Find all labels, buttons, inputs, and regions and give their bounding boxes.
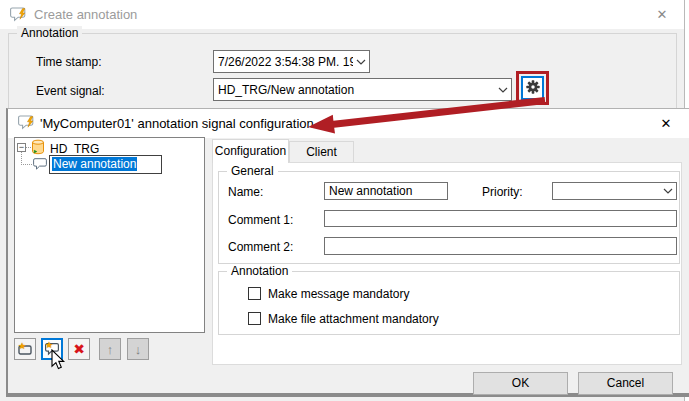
- name-input[interactable]: [324, 182, 448, 200]
- priority-combobox[interactable]: [552, 182, 677, 200]
- tree-connector: [21, 164, 32, 165]
- star-icon: ★: [45, 341, 53, 350]
- chevron-down-icon: [495, 87, 511, 93]
- general-groupbox-label: General: [227, 164, 278, 178]
- annotation-bubble-lightning-icon: [10, 7, 28, 26]
- dialog1-close-button[interactable]: ✕: [648, 2, 676, 26]
- annotation-bubble-lightning-icon: [18, 115, 36, 134]
- delete-x-icon: ✖: [73, 341, 85, 357]
- star-icon: ★: [18, 342, 26, 351]
- move-down-button[interactable]: ↓: [127, 338, 149, 360]
- dialog1-titlebar: Create annotation ✕: [0, 0, 684, 29]
- cancel-button[interactable]: Cancel: [578, 372, 673, 395]
- event-signal-value: HD_TRG/New annotation: [214, 83, 495, 97]
- add-signal-group-button[interactable]: ★: [14, 338, 36, 360]
- signal-configuration-dialog: 'MyComputer01' annotation signal configu…: [6, 108, 689, 397]
- timestamp-value: 7/26/2022 3:54:38 PM. 190: [214, 55, 353, 69]
- dialog1-title: Create annotation: [34, 0, 137, 29]
- delete-signal-button[interactable]: ✖: [68, 338, 90, 360]
- comment2-label: Comment 2:: [228, 240, 293, 254]
- event-signal-label: Event signal:: [36, 84, 105, 98]
- move-up-button[interactable]: ↑: [99, 338, 121, 360]
- dialog2-titlebar: 'MyComputer01' annotation signal configu…: [8, 109, 689, 138]
- add-group-icon: ★: [18, 344, 32, 355]
- down-arrow-icon: ↓: [135, 342, 142, 357]
- tree-node-root[interactable]: HD_TRG: [50, 142, 99, 156]
- general-groupbox: General Name: Priority: Comment 1: Comme…: [218, 171, 680, 264]
- tree-node-rename-input[interactable]: New annotation: [49, 155, 162, 174]
- annotation-options-groupbox-label: Annotation: [227, 264, 292, 278]
- chevron-down-icon: [353, 59, 369, 65]
- database-cylinder-icon: [31, 139, 45, 159]
- ok-button[interactable]: OK: [473, 372, 568, 395]
- tab-configuration[interactable]: Configuration: [212, 139, 289, 163]
- annotation-options-groupbox: Annotation Make message mandatory Make f…: [218, 271, 680, 335]
- tree-collapse-toggle[interactable]: −: [17, 143, 26, 152]
- tree-node-child: New annotation: [52, 157, 137, 171]
- name-label: Name:: [228, 185, 263, 199]
- tab-configuration-label: Configuration: [215, 144, 286, 158]
- make-file-attachment-mandatory-label: Make file attachment mandatory: [268, 312, 439, 326]
- annotation-groupbox-label: Annotation: [17, 26, 82, 40]
- signal-tree[interactable]: − HD_TRG New annotation: [14, 137, 205, 333]
- tab-client-options[interactable]: Client options: [289, 141, 354, 163]
- close-icon: ✕: [661, 116, 672, 131]
- dialog2-title: 'MyComputer01' annotation signal configu…: [40, 109, 314, 138]
- dialog2-close-button[interactable]: ✕: [652, 111, 680, 135]
- comment1-input[interactable]: [324, 210, 677, 227]
- comment1-label: Comment 1:: [228, 213, 293, 227]
- annotation-bubble-icon: [33, 158, 47, 174]
- event-signal-combobox[interactable]: HD_TRG/New annotation: [213, 78, 512, 101]
- configuration-tab-page: General Name: Priority: Comment 1: Comme…: [212, 162, 682, 365]
- close-icon: ✕: [657, 7, 668, 22]
- make-file-attachment-mandatory-checkbox[interactable]: [248, 312, 261, 325]
- priority-label: Priority:: [482, 185, 523, 199]
- chevron-down-icon: [660, 188, 676, 194]
- red-highlight-rectangle: [516, 71, 549, 105]
- timestamp-combobox[interactable]: 7/26/2022 3:54:38 PM. 190: [213, 50, 370, 73]
- make-message-mandatory-label: Make message mandatory: [268, 287, 409, 301]
- minus-icon: −: [19, 142, 24, 152]
- add-annotation-icon: ★: [45, 343, 59, 356]
- timestamp-label: Time stamp:: [36, 55, 102, 69]
- comment2-input[interactable]: [324, 237, 677, 255]
- add-annotation-signal-button[interactable]: ★: [41, 338, 63, 360]
- up-arrow-icon: ↑: [107, 342, 114, 357]
- make-message-mandatory-checkbox[interactable]: [248, 287, 261, 300]
